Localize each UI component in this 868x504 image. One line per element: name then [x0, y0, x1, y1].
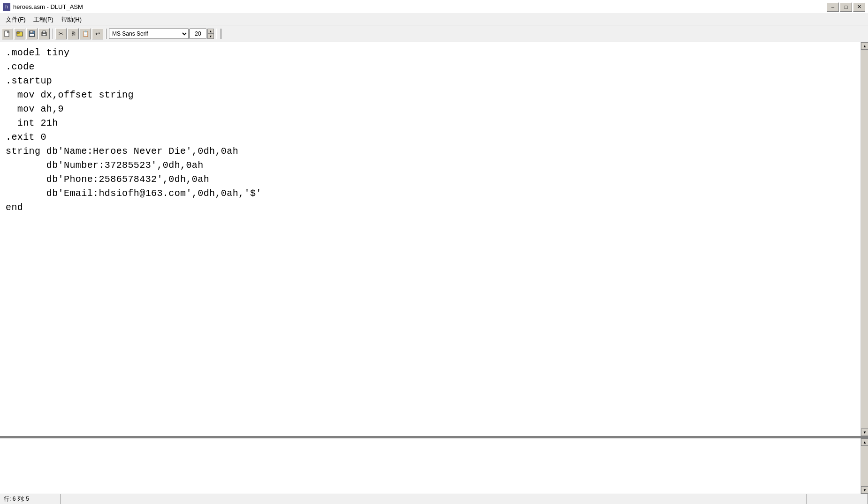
cut-button[interactable]: ✂: [55, 28, 67, 39]
status-extra: [807, 494, 868, 504]
window-controls: – □ ✕: [827, 2, 865, 12]
status-message: [61, 494, 807, 504]
bottom-scrollbar-down[interactable]: ▼: [861, 486, 868, 494]
save-icon: [29, 30, 35, 37]
print-icon: [41, 30, 47, 37]
save-button[interactable]: [26, 28, 38, 39]
editor-scrollbar: ▲ ▼: [860, 42, 868, 436]
font-selector[interactable]: MS Sans Serif: [109, 29, 189, 39]
status-bar: 行: 6 列: 5: [0, 494, 868, 504]
scrollbar-track[interactable]: [861, 50, 868, 429]
code-editor[interactable]: .model tiny .code .startup mov dx,offset…: [0, 42, 860, 436]
new-button[interactable]: [2, 28, 13, 39]
scrollbar-up[interactable]: ▲: [861, 42, 868, 50]
svg-rect-3: [17, 32, 19, 33]
menu-help[interactable]: 帮助(H): [57, 15, 85, 25]
main-content: .model tiny .code .startup mov dx,offset…: [0, 42, 868, 494]
paste-button[interactable]: 📋: [80, 28, 91, 39]
svg-rect-5: [30, 31, 33, 33]
font-size-input[interactable]: [190, 29, 206, 39]
separator-3: [216, 29, 217, 39]
app-icon: h: [3, 3, 10, 11]
window-title: heroes.asm - DLUT_ASM: [13, 3, 83, 10]
separator-2: [106, 29, 107, 39]
title-bar-left: h heroes.asm - DLUT_ASM: [3, 3, 83, 11]
code-content: .model tiny .code .startup mov dx,offset…: [6, 46, 855, 215]
separator-1: [52, 29, 53, 39]
font-size-spinner: ▲ ▼: [207, 29, 214, 39]
bottom-scrollbar-track[interactable]: [861, 446, 868, 486]
open-button[interactable]: [14, 28, 25, 39]
copy-button[interactable]: ⎘: [68, 28, 79, 39]
minimize-button[interactable]: –: [827, 2, 839, 12]
menu-bar: 文件(F) 工程(P) 帮助(H): [0, 14, 868, 25]
font-size-up[interactable]: ▲: [207, 29, 214, 34]
font-size-down[interactable]: ▼: [207, 34, 214, 39]
svg-rect-9: [43, 31, 46, 33]
bottom-panel: ▲ ▼: [0, 437, 868, 494]
maximize-button[interactable]: □: [840, 2, 852, 12]
toolbar: ✂ ⎘ 📋 ↩ MS Sans Serif ▲ ▼: [0, 25, 868, 42]
new-icon: [4, 30, 11, 37]
open-icon: [16, 30, 23, 37]
bottom-editor[interactable]: [0, 438, 860, 494]
svg-rect-6: [30, 34, 34, 36]
scrollbar-down[interactable]: ▼: [861, 429, 868, 436]
cursor-position: 行: 6 列: 5: [0, 494, 61, 504]
undo-button[interactable]: ↩: [92, 28, 103, 39]
separator-4: [221, 29, 221, 39]
title-bar: h heroes.asm - DLUT_ASM – □ ✕: [0, 0, 868, 14]
menu-file[interactable]: 文件(F): [2, 15, 30, 25]
close-button[interactable]: ✕: [853, 2, 865, 12]
print-button[interactable]: [38, 28, 50, 39]
menu-project[interactable]: 工程(P): [30, 15, 57, 25]
bottom-scrollbar-up[interactable]: ▲: [861, 438, 868, 446]
bottom-scrollbar: ▲ ▼: [860, 438, 868, 494]
svg-rect-8: [42, 34, 46, 36]
